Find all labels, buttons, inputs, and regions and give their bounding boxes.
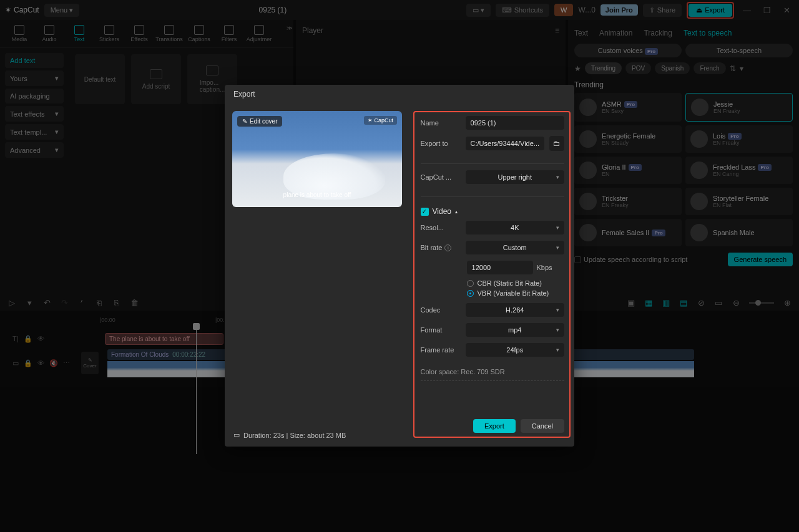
capcut-label: CapCut ... [421,173,461,181]
bitrate-select[interactable]: Custom [466,241,564,254]
capcut-select[interactable]: Upper right [466,170,564,184]
browse-folder-button[interactable]: 🗀 [549,136,564,151]
color-space-info: Color space: Rec. 709 SDR [421,368,564,375]
bitrate-label: Bit ratei [421,244,461,251]
cancel-button[interactable]: Cancel [521,419,564,433]
file-info: ▭ Duration: 23s | Size: about 23 MB [233,431,346,439]
codec-select[interactable]: H.264 [466,303,564,317]
vbr-radio[interactable]: VBR (Variable Bit Rate) [467,289,564,297]
cover-logo: ✶ CapCut [364,116,397,125]
resolution-label: Resol... [421,224,461,231]
export-dialog-title: Export [225,85,574,104]
bitrate-value-input[interactable] [467,261,533,274]
export-confirm-button[interactable]: Export [473,419,516,433]
edit-cover-button[interactable]: ✎ Edit cover [237,116,282,127]
export-path: C:/Users/93444/Vide... [466,137,544,150]
export-to-label: Export to [421,140,461,147]
codec-label: Codec [421,306,461,314]
cbr-radio[interactable]: CBR (Static Bit Rate) [467,279,564,287]
frame-rate-select[interactable]: 24fps [466,343,564,357]
frame-rate-label: Frame rate [421,346,461,354]
format-label: Format [421,326,461,334]
info-icon[interactable]: i [444,244,451,251]
cover-preview: ✎ Edit cover ✶ CapCut plane is about to … [232,111,402,207]
cover-caption: plane is about to take off [283,191,351,198]
name-label: Name [421,119,461,127]
format-select[interactable]: mp4 [466,323,564,337]
video-section[interactable]: ✓Video▴ [421,207,564,216]
export-dialog: Export ✎ Edit cover ✶ CapCut plane is ab… [225,85,574,447]
resolution-select[interactable]: 4K [466,221,564,235]
kbps-label: Kbps [537,264,552,271]
name-input[interactable] [466,116,564,130]
